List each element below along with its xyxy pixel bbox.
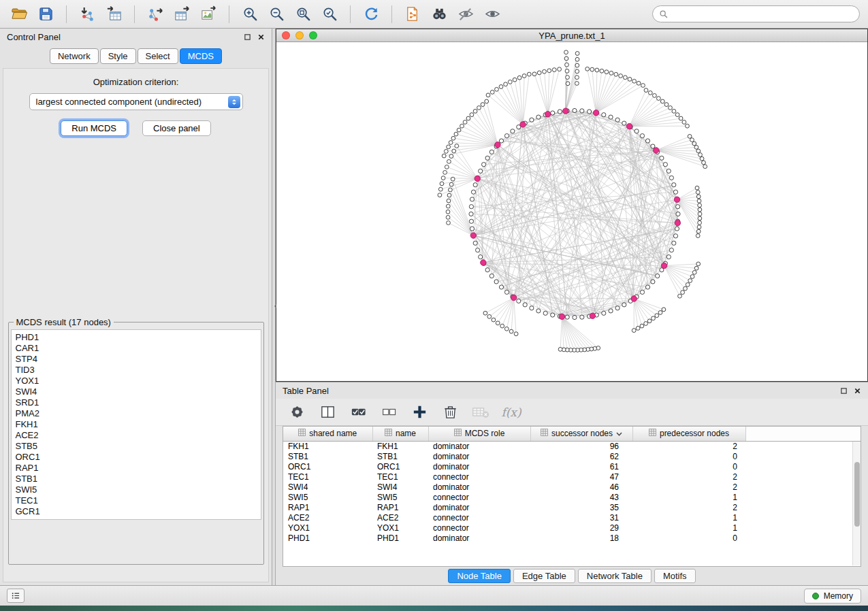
cell-filler [745,462,861,472]
status-bar: Memory [0,585,868,606]
column-header-name[interactable]: name [372,427,428,441]
show-graphics-icon[interactable] [481,4,503,24]
cell-filler [745,441,861,452]
zoom-out-icon[interactable] [266,4,287,24]
cell-shared-name: TEC1 [283,472,372,482]
cell-filler [745,482,861,493]
search-box[interactable] [652,5,860,22]
network-graph[interactable] [276,42,867,381]
search-input[interactable] [673,9,853,19]
cell-shared-name: SWI5 [283,493,372,503]
import-table-file-icon[interactable] [103,4,125,24]
column-header-predecessor-nodes[interactable]: predecessor nodes [632,427,745,441]
mcds-result-item[interactable]: RAP1 [16,463,257,474]
float-panel-icon[interactable] [840,387,848,395]
close-panel-icon[interactable] [854,387,861,395]
open-session-icon[interactable] [8,4,30,24]
table-row[interactable]: ORC1ORC1dominator610 [283,462,861,472]
memory-button[interactable]: Memory [804,589,861,604]
tab-edge-table[interactable]: Edge Table [513,569,575,583]
column-label: MCDS role [465,429,505,438]
mcds-result-item[interactable]: YOX1 [16,376,257,386]
table-row[interactable]: YOX1YOX1connector291 [283,523,861,533]
cell-predecessor-nodes: 2 [632,503,745,513]
mcds-result-item[interactable]: FKH1 [16,419,257,430]
column-header-mcds-role[interactable]: MCDS role [428,427,530,441]
float-panel-icon[interactable] [244,33,251,41]
delete-row-icon[interactable] [440,402,460,423]
scrollbar-thumb[interactable] [854,462,860,527]
find-icon[interactable] [428,4,450,24]
table-scrollbar[interactable] [852,442,861,565]
table-panel: Table Panel f(x) shared namenameMCDS rol… [276,382,868,585]
table-row[interactable]: SWI4SWI4dominator462 [283,482,861,493]
window-close-button[interactable] [282,31,290,39]
cell-predecessor-nodes: 1 [632,493,745,503]
zoom-selected-icon[interactable] [319,4,340,24]
run-mcds-button[interactable]: Run MCDS [61,120,127,136]
mcds-result-item[interactable]: SWI5 [16,484,257,495]
column-selector-icon[interactable] [317,402,338,423]
toolbar-separator [350,5,351,23]
deselect-all-icon[interactable] [379,402,399,423]
network-titlebar: YPA_prune.txt_1 [276,29,867,42]
export-network-icon[interactable] [144,4,166,24]
zoom-fit-icon[interactable] [292,4,314,24]
cell-name: RAP1 [372,503,428,513]
mcds-result-item[interactable]: STB5 [16,441,257,452]
export-table-icon[interactable] [171,4,193,24]
cell-filler [745,513,861,523]
share-document-icon[interactable] [402,4,423,24]
add-row-icon[interactable] [409,402,430,423]
table-row[interactable]: PHD1PHD1dominator180 [283,533,861,544]
window-zoom-button[interactable] [309,31,317,39]
mcds-result-item[interactable]: ACE2 [16,430,257,441]
table-row[interactable]: TEC1TEC1connector472 [283,472,861,482]
select-all-icon[interactable] [348,402,368,423]
mcds-result-item[interactable]: STP4 [16,354,257,365]
close-panel-button[interactable]: Close panel [142,120,211,136]
refresh-view-icon[interactable] [360,4,382,24]
table-row[interactable]: SWI5SWI5connector431 [283,493,861,503]
clear-table-icon[interactable] [470,402,491,423]
cell-name: STB1 [372,452,428,462]
mcds-result-item[interactable]: SWI4 [16,386,257,397]
window-minimize-button[interactable] [295,31,304,39]
control-panel: Control Panel NetworkStyleSelectMCDS Opt… [0,29,272,585]
mcds-result-item[interactable]: PHD1 [16,332,257,343]
network-canvas[interactable] [276,42,867,381]
settings-gear-icon[interactable] [287,402,307,423]
mcds-result-item[interactable]: ORC1 [16,452,257,463]
column-header-shared-name[interactable]: shared name [283,427,372,441]
mcds-result-item[interactable]: SRD1 [16,397,257,408]
optimization-criterion-select[interactable]: largest connected component (undirected) [29,93,243,110]
close-panel-icon[interactable] [257,33,265,41]
export-image-icon[interactable] [197,4,219,24]
mcds-result-item[interactable]: STB1 [16,474,257,484]
table-row[interactable]: FKH1FKH1dominator962 [283,441,861,452]
hide-graphics-icon[interactable] [455,4,477,24]
zoom-in-icon[interactable] [239,4,261,24]
tab-select[interactable]: Select [138,48,178,64]
table-row[interactable]: STB1STB1dominator620 [283,452,861,462]
tab-motifs[interactable]: Motifs [654,569,696,583]
panel-splitter[interactable] [272,29,276,585]
import-network-file-icon[interactable] [76,4,98,24]
mcds-result-item[interactable]: TID3 [16,365,257,376]
table-row[interactable]: ACE2ACE2connector311 [283,513,861,523]
mcds-result-item[interactable]: GCR1 [16,506,257,517]
table-row[interactable]: RAP1RAP1dominator352 [283,503,861,513]
mcds-result-item[interactable]: CAR1 [16,343,257,354]
tab-network-table[interactable]: Network Table [578,569,652,583]
tab-mcds[interactable]: MCDS [180,48,222,64]
mcds-result-item[interactable]: PMA2 [16,408,257,419]
tab-node-table[interactable]: Node Table [448,569,511,583]
task-history-button[interactable] [7,589,25,603]
select-stepper-icon [228,96,240,108]
mcds-result-item[interactable]: TEC1 [16,495,257,506]
function-builder-icon[interactable]: f(x) [501,402,521,423]
column-header-successor-nodes[interactable]: successor nodes [530,427,632,441]
save-session-icon[interactable] [35,4,57,24]
tab-style[interactable]: Style [100,48,136,64]
tab-network[interactable]: Network [50,48,99,64]
